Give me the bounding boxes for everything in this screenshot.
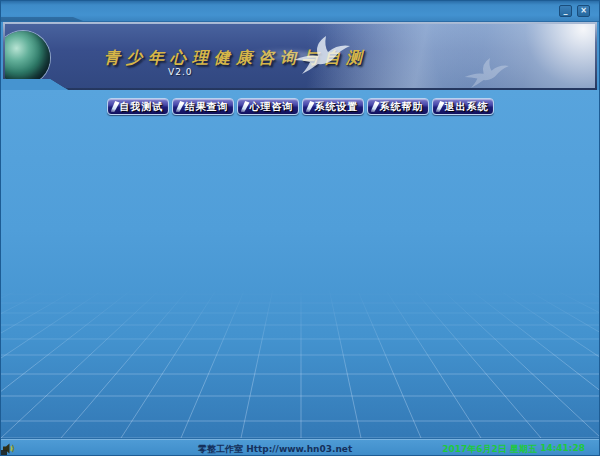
menu-button-label: 系统帮助 bbox=[380, 101, 424, 112]
status-clock: 14:41:28 bbox=[540, 443, 585, 453]
menu-button-help[interactable]: 系统帮助 bbox=[367, 98, 429, 115]
minimize-button[interactable]: _ bbox=[559, 5, 572, 17]
dove-icon bbox=[288, 34, 354, 76]
menu-button-counseling[interactable]: 心理咨询 bbox=[237, 98, 299, 115]
swoosh-icon bbox=[241, 101, 250, 112]
menu-button-self-test[interactable]: 自我测试 bbox=[107, 98, 169, 115]
menu-button-result-query[interactable]: 结果查询 bbox=[172, 98, 234, 115]
dove-icon bbox=[460, 56, 512, 88]
close-button[interactable]: × bbox=[577, 5, 590, 17]
swoosh-icon bbox=[371, 101, 380, 112]
menu-button-label: 自我测试 bbox=[120, 101, 164, 112]
menu-button-exit[interactable]: 退出系统 bbox=[432, 98, 494, 115]
menu-button-label: 系统设置 bbox=[315, 101, 359, 112]
corner-mark bbox=[1, 450, 7, 455]
titlebar-skin-notch bbox=[1, 17, 83, 21]
banner: 青少年心理健康咨询与自测 V2.0 bbox=[5, 24, 595, 88]
status-bar: 零整工作室 Http://www.hn03.net 2017年6月2日 星期五 … bbox=[1, 438, 599, 456]
menu-bar: 自我测试 结果查询 心理咨询 系统设置 系统帮助 退出系统 bbox=[1, 90, 599, 115]
app-version: V2.0 bbox=[168, 67, 192, 77]
menu-button-label: 心理咨询 bbox=[250, 101, 294, 112]
swoosh-icon bbox=[176, 101, 185, 112]
menu-button-label: 结果查询 bbox=[185, 101, 229, 112]
studio-credit: 零整工作室 Http://www.hn03.net bbox=[198, 443, 352, 456]
banner-frame: 青少年心理健康咨询与自测 V2.0 bbox=[3, 22, 597, 90]
menu-button-settings[interactable]: 系统设置 bbox=[302, 98, 364, 115]
swoosh-icon bbox=[436, 101, 445, 112]
status-date: 2017年6月2日 星期五 bbox=[442, 443, 537, 456]
menu-button-label: 退出系统 bbox=[445, 101, 489, 112]
perspective-floor-grid bbox=[1, 288, 600, 438]
app-window: _ × 青少年心理健康咨询与自测 V2.0 自我测试 结果查询 bbox=[0, 0, 600, 456]
swoosh-icon bbox=[306, 101, 315, 112]
main-area: 自我测试 结果查询 心理咨询 系统设置 系统帮助 退出系统 bbox=[1, 90, 599, 438]
title-bar: _ × bbox=[1, 1, 599, 22]
globe-logo-icon bbox=[5, 31, 50, 85]
swoosh-icon bbox=[111, 101, 120, 112]
